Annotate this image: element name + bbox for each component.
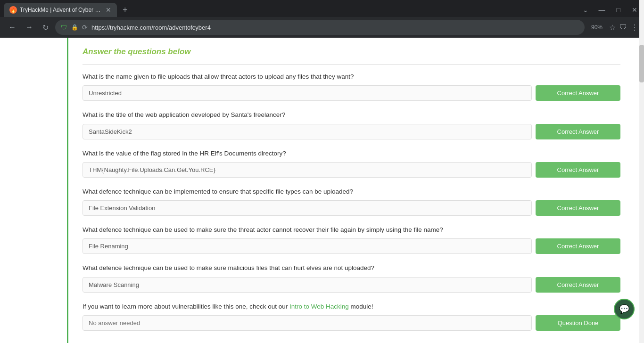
- answer-row-last: Question Done: [83, 315, 620, 331]
- maximize-button[interactable]: □: [614, 5, 623, 15]
- tab-title: TryHackMe | Advent of Cyber 2...: [20, 7, 103, 13]
- answer-input-4[interactable]: [83, 200, 532, 216]
- question-text-5: What defence technique can be used to ma…: [83, 225, 620, 235]
- question-block-4: What defence technique can be implemente…: [83, 187, 620, 216]
- answer-row-5: Correct Answer: [83, 238, 620, 254]
- chat-button[interactable]: 💬: [614, 299, 635, 319]
- section-divider: [83, 64, 620, 65]
- text-after-link: module!: [349, 303, 373, 310]
- toolbar-right-icons: 🛡 ⋮: [619, 23, 638, 32]
- menu-icon[interactable]: ⋮: [631, 23, 638, 32]
- forward-button[interactable]: →: [23, 21, 36, 33]
- close-button[interactable]: ✕: [629, 5, 640, 15]
- answer-input-3[interactable]: [83, 162, 532, 178]
- answer-input-2[interactable]: [83, 124, 532, 139]
- answer-input-1[interactable]: [83, 85, 532, 101]
- scrollbar-track: [639, 0, 644, 343]
- section-title: Answer the questions below: [83, 47, 620, 57]
- browser-window: 🔥 TryHackMe | Advent of Cyber 2... ✕ + ⌄…: [0, 0, 644, 38]
- tab-list-button[interactable]: ⌄: [579, 4, 592, 16]
- answer-input-last[interactable]: [83, 315, 532, 331]
- answer-input-6[interactable]: [83, 277, 532, 293]
- question-text-3: What is the value of the flag stored in …: [83, 149, 620, 158]
- url-display: https://tryhackme.com/room/adventofcyber…: [91, 24, 579, 31]
- question-block-3: What is the value of the flag stored in …: [83, 149, 620, 178]
- new-tab-button[interactable]: +: [119, 4, 132, 16]
- question-text-4: What defence technique can be implemente…: [83, 187, 620, 196]
- text-before-link: If you want to learn more about vulnerab…: [83, 303, 289, 310]
- question-text-2: What is the title of the web application…: [83, 110, 620, 120]
- question-block-1: What is the name given to file uploads t…: [83, 72, 620, 101]
- question-block-6: What defence technique can be used to ma…: [83, 263, 620, 292]
- question-block-2: What is the title of the web application…: [83, 110, 620, 139]
- chat-icon: 💬: [619, 304, 629, 314]
- correct-answer-button-6[interactable]: Correct Answer: [536, 277, 620, 293]
- refresh-button[interactable]: ↻: [40, 21, 51, 34]
- correct-answer-button-1[interactable]: Correct Answer: [536, 85, 620, 101]
- correct-answer-button-4[interactable]: Correct Answer: [536, 200, 620, 216]
- correct-answer-button-5[interactable]: Correct Answer: [536, 238, 620, 254]
- answer-row-4: Correct Answer: [83, 200, 620, 216]
- lock-icon: 🔒: [71, 24, 78, 31]
- security-shield-icon: 🛡: [61, 24, 67, 31]
- shield-icon: 🛡: [619, 23, 627, 32]
- answer-row-1: Correct Answer: [83, 85, 620, 101]
- minimize-button[interactable]: —: [596, 5, 608, 15]
- page-content: Answer the questions below What is the n…: [0, 38, 644, 343]
- browser-toolbar: ← → ↻ 🛡 🔒 ⟳ https://tryhackme.com/room/a…: [0, 17, 644, 38]
- window-controls: — □ ✕: [596, 5, 640, 15]
- tabs-bar: 🔥 TryHackMe | Advent of Cyber 2... ✕ + ⌄…: [0, 0, 644, 17]
- answer-row-6: Correct Answer: [83, 277, 620, 293]
- correct-answer-button-2[interactable]: Correct Answer: [536, 124, 620, 139]
- question-block-5: What defence technique can be used to ma…: [83, 225, 620, 254]
- active-tab[interactable]: 🔥 TryHackMe | Advent of Cyber 2... ✕: [4, 3, 117, 17]
- tab-close-button[interactable]: ✕: [106, 6, 111, 14]
- scrollbar-thumb[interactable]: [639, 45, 644, 82]
- question-text-last: If you want to learn more about vulnerab…: [83, 302, 620, 311]
- bookmark-star-icon[interactable]: ☆: [609, 23, 616, 32]
- back-button[interactable]: ←: [6, 21, 19, 33]
- answer-row-2: Correct Answer: [83, 124, 620, 139]
- address-bar[interactable]: 🛡 🔒 ⟳ https://tryhackme.com/room/advento…: [55, 20, 585, 35]
- answer-row-3: Correct Answer: [83, 162, 620, 178]
- tab-favicon: 🔥: [9, 6, 17, 14]
- zoom-level: 90%: [588, 23, 605, 32]
- address-refresh-icon: ⟳: [82, 24, 88, 31]
- main-content: Answer the questions below What is the n…: [68, 38, 635, 343]
- web-hacking-link[interactable]: Intro to Web Hacking: [289, 303, 349, 310]
- question-text-1: What is the name given to file uploads t…: [83, 72, 620, 82]
- answer-input-5[interactable]: [83, 238, 532, 254]
- question-text-6: What defence technique can be used to ma…: [83, 263, 620, 273]
- question-block-last: If you want to learn more about vulnerab…: [83, 302, 620, 331]
- question-done-button[interactable]: Question Done: [536, 315, 620, 331]
- left-panel: [0, 38, 68, 343]
- correct-answer-button-3[interactable]: Correct Answer: [536, 162, 620, 178]
